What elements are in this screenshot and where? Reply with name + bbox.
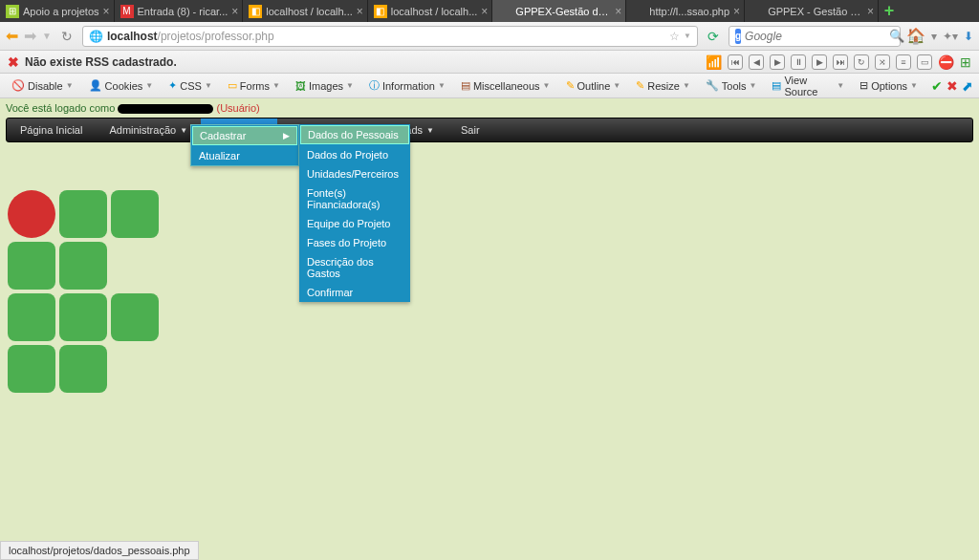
favicon-icon bbox=[751, 5, 764, 18]
new-tab-button[interactable]: + bbox=[879, 0, 900, 22]
rss-control-window[interactable]: ▭ bbox=[917, 54, 932, 70]
tab-label: http://l...ssao.php bbox=[649, 6, 729, 17]
dev-resize[interactable]: ✎Resize▼ bbox=[630, 77, 696, 94]
submenu-fases[interactable]: Fases do Projeto bbox=[299, 233, 410, 252]
search-bar[interactable]: g 🔍 bbox=[729, 26, 901, 47]
chevron-down-icon: ▼ bbox=[180, 126, 187, 135]
close-icon[interactable]: × bbox=[481, 5, 488, 18]
search-engine-icon[interactable]: g bbox=[735, 29, 741, 44]
download-icon[interactable]: ⬇ bbox=[964, 30, 973, 43]
dev-images[interactable]: 🖼Images▼ bbox=[290, 78, 359, 94]
user-role: (Usuário) bbox=[216, 102, 259, 114]
submenu-cadastrar[interactable]: Cadastrar▶ bbox=[192, 126, 297, 145]
green-square-widget bbox=[8, 293, 55, 341]
dev-forms[interactable]: ▭Forms▼ bbox=[222, 77, 286, 94]
rss-stop-icon[interactable]: ⛔ bbox=[938, 54, 954, 70]
browser-tab-5[interactable]: http://l...ssao.php× bbox=[626, 0, 745, 22]
dev-view-source[interactable]: ▤View Source▼ bbox=[766, 73, 850, 99]
favicon-icon: ◧ bbox=[249, 5, 262, 18]
browser-tab-0[interactable]: ⊞Apoio a projetos× bbox=[0, 0, 115, 22]
css-icon: ✦ bbox=[168, 79, 177, 92]
tab-label: localhost / localh... bbox=[266, 6, 353, 17]
submenu-atualizar[interactable]: Atualizar bbox=[191, 146, 298, 165]
tab-label: GPPEX - Gestão d... bbox=[768, 6, 863, 17]
browser-tab-4[interactable]: GPPEX-Gestão de...× bbox=[492, 0, 626, 22]
dev-outline[interactable]: ✎Outline▼ bbox=[560, 77, 627, 94]
submenu-fontes[interactable]: Fonte(s) Financiadora(s) bbox=[299, 183, 410, 214]
dev-css[interactable]: ✦CSS▼ bbox=[163, 77, 218, 94]
rss-control-next[interactable]: ▶ bbox=[812, 54, 827, 70]
browser-tab-2[interactable]: ◧localhost / localh...× bbox=[243, 0, 368, 22]
forms-icon: ▭ bbox=[228, 79, 237, 92]
submenu-confirmar[interactable]: Confirmar bbox=[299, 283, 410, 302]
browser-tab-6[interactable]: GPPEX - Gestão d...× bbox=[745, 0, 879, 22]
submenu-gastos[interactable]: Descrição dos Gastos bbox=[299, 252, 410, 283]
dev-information[interactable]: ⓘInformation▼ bbox=[363, 76, 451, 95]
url-bar[interactable]: 🌐 localhost/projetos/professor.php ☆ ▼ bbox=[82, 26, 698, 47]
url-dropdown-icon[interactable]: ▼ bbox=[684, 32, 691, 40]
dev-disable[interactable]: 🚫Disable▼ bbox=[6, 77, 79, 94]
close-icon[interactable]: × bbox=[615, 5, 621, 18]
search-input[interactable] bbox=[745, 30, 889, 43]
chevron-right-icon: ▶ bbox=[283, 131, 290, 140]
home-icon[interactable]: 🏠 bbox=[906, 27, 925, 45]
refresh-icon[interactable]: ↻ bbox=[61, 29, 73, 44]
favicon-icon: M bbox=[120, 5, 134, 18]
toolbar-menu-icon-2[interactable]: ✦▾ bbox=[943, 30, 958, 43]
tab-label: localhost / localh... bbox=[391, 6, 478, 17]
forward-button[interactable]: ➡ bbox=[24, 27, 36, 45]
browser-tab-3[interactable]: ◧localhost / localh...× bbox=[368, 0, 493, 22]
validate-ok-icon[interactable]: ✔ bbox=[931, 78, 943, 94]
validate-float-icon[interactable]: ⬈ bbox=[962, 78, 973, 94]
rss-control-pause[interactable]: ⏸ bbox=[791, 54, 806, 70]
submenu-unidades[interactable]: Unidades/Perceiros bbox=[299, 164, 410, 183]
navigation-toolbar: ⬅ ➡ ▼ ↻ 🌐 localhost/projetos/professor.p… bbox=[0, 22, 979, 51]
username-redacted bbox=[118, 104, 213, 114]
bookmark-star-icon[interactable]: ☆ bbox=[669, 30, 680, 43]
submenu-dados-projeto[interactable]: Dados do Projeto bbox=[299, 145, 410, 164]
back-button[interactable]: ⬅ bbox=[6, 27, 18, 45]
rss-message: Não existe RSS cadastrado. bbox=[25, 55, 177, 69]
options-icon: ⊟ bbox=[859, 79, 868, 92]
images-icon: 🖼 bbox=[295, 80, 306, 92]
rss-control-first[interactable]: ⏮ bbox=[728, 54, 743, 70]
browser-tab-1[interactable]: MEntrada (8) - ricar...× bbox=[115, 0, 244, 22]
rss-grid-icon[interactable]: ⊞ bbox=[960, 54, 971, 70]
chevron-down-icon: ▼ bbox=[426, 126, 434, 135]
rss-control-play[interactable]: ▶ bbox=[770, 54, 785, 70]
dev-tools[interactable]: 🔧Tools▼ bbox=[700, 77, 763, 94]
search-icon[interactable]: 🔍 bbox=[889, 29, 904, 43]
close-icon[interactable]: × bbox=[733, 5, 740, 18]
reload-icon[interactable]: ⟳ bbox=[707, 29, 719, 44]
rss-control-shuffle[interactable]: ⤨ bbox=[875, 54, 890, 70]
menu-administracao[interactable]: Administração▼ bbox=[96, 118, 201, 141]
close-icon[interactable]: × bbox=[103, 5, 110, 18]
rss-feed-icon[interactable]: 📶 bbox=[706, 54, 722, 70]
rss-control-list[interactable]: ≡ bbox=[896, 54, 911, 70]
close-icon[interactable]: × bbox=[357, 5, 363, 18]
validate-error-icon[interactable]: ✖ bbox=[946, 78, 958, 94]
green-square-widget bbox=[59, 242, 107, 290]
submenu-projetos: Cadastrar▶ Atualizar bbox=[190, 124, 299, 166]
close-icon[interactable]: × bbox=[867, 5, 874, 18]
menu-pagina-inicial[interactable]: Página Inicial bbox=[7, 118, 96, 141]
green-square-widget bbox=[59, 190, 107, 238]
submenu-dados-pessoais[interactable]: Dados do Pessoais bbox=[300, 125, 409, 144]
dev-options[interactable]: ⊟Options▼ bbox=[854, 77, 924, 94]
dev-cookies[interactable]: 👤Cookies▼ bbox=[83, 77, 160, 94]
toolbar-menu-icon[interactable]: ▾ bbox=[931, 30, 937, 43]
submenu-equipe[interactable]: Equipe do Projeto bbox=[299, 214, 410, 233]
login-status: Você está logado como (Usuário) bbox=[0, 98, 979, 118]
url-text: localhost/projetos/professor.php bbox=[107, 30, 665, 43]
green-square-widget bbox=[111, 293, 159, 341]
browser-tab-strip: ⊞Apoio a projetos× MEntrada (8) - ricar.… bbox=[0, 0, 979, 22]
menu-sair[interactable]: Sair bbox=[447, 118, 493, 141]
dev-miscellaneous[interactable]: ▤Miscellaneous▼ bbox=[455, 77, 556, 94]
close-icon[interactable]: × bbox=[231, 5, 238, 18]
rss-control-loop[interactable]: ↻ bbox=[854, 54, 869, 70]
history-dropdown[interactable]: ▼ bbox=[42, 31, 52, 41]
dashboard-shapes bbox=[8, 190, 159, 397]
favicon-icon: ⊞ bbox=[6, 5, 19, 18]
rss-control-prev[interactable]: ◀ bbox=[749, 54, 764, 70]
rss-control-last[interactable]: ⏭ bbox=[833, 54, 848, 70]
